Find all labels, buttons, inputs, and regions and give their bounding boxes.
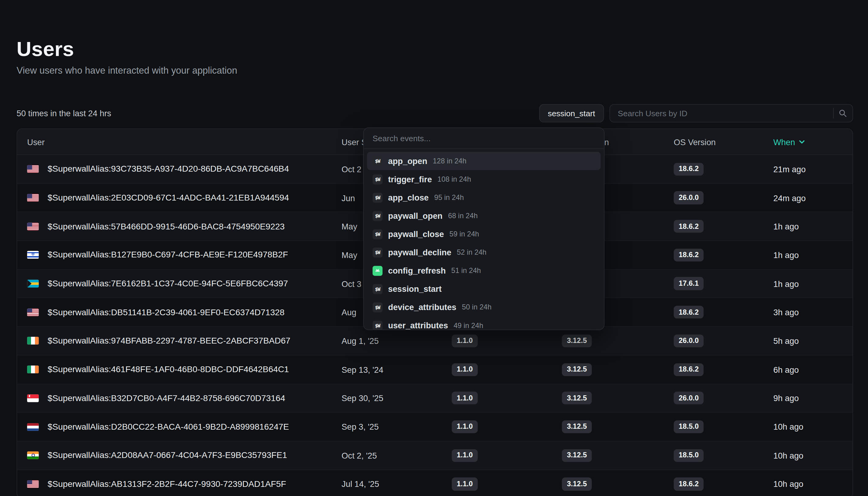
user-cell: $SuperwallAlias:2E03CD09-67C1-4ADC-BA41-… [27, 192, 341, 203]
event-name: paywall_close [388, 230, 444, 239]
event-count: 128 in 24h [433, 157, 467, 165]
superwall-logo-icon: $W [373, 284, 383, 294]
user-search-input[interactable] [617, 108, 830, 118]
user-cell: $SuperwallAlias:A2D08AA7-0667-4C04-A7F3-… [27, 450, 341, 460]
superwall-logo-icon: $W [373, 192, 383, 203]
event-list-item[interactable]: $W paywall_decline 52 in 24h [367, 243, 601, 261]
os-version-badge: 26.0.0 [674, 392, 704, 404]
user-alias: $SuperwallAlias:AB1313F2-2B2F-44C7-9930-… [48, 479, 286, 489]
os-version-badge: 18.5.0 [674, 420, 704, 433]
event-filter-button[interactable]: session_start [539, 104, 604, 122]
superwall-logo-icon: $W [373, 211, 383, 221]
flag-in-icon [27, 452, 38, 459]
event-list-item[interactable]: $W app_open 128 in 24h [367, 152, 601, 170]
sdk-version-badge: 3.12.5 [562, 478, 592, 491]
user-cell: $SuperwallAlias:461F48FE-1AF0-46B0-8DBC-… [27, 365, 341, 375]
event-count: 95 in 24h [434, 193, 464, 201]
user-since: Sep 3, '25 [341, 422, 452, 432]
flag-il-icon [27, 251, 38, 259]
os-version-badge: 18.5.0 [674, 449, 704, 462]
event-name: session_start [388, 284, 441, 294]
when-value: 10h ago [773, 422, 852, 432]
event-list-item[interactable]: $W paywall_open 68 in 24h [367, 207, 601, 225]
flag-us-icon [27, 222, 38, 230]
column-header-when[interactable]: When [773, 137, 852, 146]
user-alias: $SuperwallAlias:7E6162B1-1C37-4C0E-94FC-… [48, 279, 288, 289]
user-alias: $SuperwallAlias:B127E9B0-C697-4CFB-AE9E-… [48, 250, 288, 260]
os-version-badge: 18.6.2 [674, 478, 704, 491]
table-row[interactable]: $SuperwallAlias:461F48FE-1AF0-46B0-8DBC-… [17, 355, 852, 384]
user-cell: $SuperwallAlias:D2B0CC22-BACA-4061-9B2D-… [27, 422, 341, 432]
when-value: 6h ago [773, 365, 852, 374]
os-version-badge: 18.6.2 [674, 163, 704, 175]
event-list-item[interactable]: $W app_close 95 in 24h [367, 188, 601, 207]
table-row[interactable]: $SuperwallAlias:A2D08AA7-0667-4C04-A7F3-… [17, 441, 852, 470]
table-row[interactable]: $SuperwallAlias:D2B0CC22-BACA-4061-9B2D-… [17, 413, 852, 441]
flag-bs-icon [27, 280, 38, 287]
flag-ie-icon [27, 366, 38, 373]
superwall-logo-icon: $W [373, 156, 383, 166]
app-version-badge: 1.1.0 [452, 420, 478, 433]
event-count: 52 in 24h [457, 248, 486, 256]
when-value: 21m ago [773, 164, 852, 174]
search-icon[interactable] [839, 109, 847, 118]
page-title: Users [17, 38, 74, 61]
event-count: 51 in 24h [451, 266, 481, 275]
user-cell: $SuperwallAlias:DB51141B-2C39-4061-9EF0-… [27, 307, 341, 317]
event-count: 49 in 24h [453, 321, 483, 329]
event-name: paywall_open [388, 211, 443, 220]
event-list-item[interactable]: $W trigger_fire 108 in 24h [367, 170, 601, 188]
event-count: 68 in 24h [448, 212, 478, 220]
column-header-os-version[interactable]: OS Version [674, 137, 773, 146]
when-value: 24m ago [773, 193, 852, 202]
event-search-dropdown: $W app_open 128 in 24h $W trigger_fire 1… [363, 127, 605, 330]
app-version-badge: 1.1.0 [452, 392, 478, 404]
event-list-item[interactable]: $W user_attributes 49 in 24h [367, 316, 601, 330]
event-search-row[interactable] [364, 128, 604, 149]
event-search-input[interactable] [371, 133, 596, 143]
table-row[interactable]: $SuperwallAlias:AB1313F2-2B2F-44C7-9930-… [17, 470, 852, 496]
when-header-label: When [773, 137, 795, 146]
os-version-badge: 18.6.2 [674, 249, 704, 261]
sdk-version-badge: 3.12.5 [562, 392, 592, 404]
column-header-user[interactable]: User [27, 137, 341, 146]
user-cell: $SuperwallAlias:93C73B35-A937-4D20-86DB-… [27, 164, 341, 174]
user-since: Sep 30, '25 [341, 393, 452, 403]
event-list-item[interactable]: $W session_start [367, 280, 601, 298]
event-list-item[interactable]: config_refresh 51 in 24h [367, 261, 601, 280]
event-count-text: 50 times in the last 24 hrs [17, 109, 111, 118]
toolbar-right: session_start [539, 104, 853, 122]
event-list-item[interactable]: $W paywall_close 59 in 24h [367, 225, 601, 243]
user-alias: $SuperwallAlias:D2B0CC22-BACA-4061-9B2D-… [48, 422, 289, 432]
flag-us-icon [27, 194, 38, 201]
user-since: Aug 1, '25 [341, 336, 452, 346]
user-cell: $SuperwallAlias:57B466DD-9915-46D6-BAC8-… [27, 221, 341, 232]
user-cell: $SuperwallAlias:7E6162B1-1C37-4C0E-94FC-… [27, 279, 341, 289]
event-list-item[interactable]: $W device_attributes 50 in 24h [367, 298, 601, 316]
when-value: 1h ago [773, 250, 852, 260]
when-value: 10h ago [773, 479, 852, 489]
flag-us-icon [27, 308, 38, 316]
event-name: app_close [388, 192, 429, 202]
table-row[interactable]: $SuperwallAlias:B32D7CB0-A4F7-44B2-8758-… [17, 384, 852, 413]
sdk-version-badge: 3.12.5 [562, 363, 592, 376]
event-name: config_refresh [388, 266, 446, 275]
table-row[interactable]: $SuperwallAlias:974BFABB-2297-4787-BEEC-… [17, 327, 852, 355]
sdk-version-badge: 3.12.5 [562, 449, 592, 462]
user-alias: $SuperwallAlias:461F48FE-1AF0-46B0-8DBC-… [48, 365, 289, 375]
toolbar: 50 times in the last 24 hrs session_star… [17, 104, 853, 122]
flag-ie-icon [27, 337, 38, 345]
page-subtitle: View users who have interacted with your… [17, 65, 237, 76]
when-value: 3h ago [773, 308, 852, 317]
event-name: app_open [388, 156, 427, 166]
flag-nl-icon [27, 423, 38, 431]
app-version-badge: 1.1.0 [452, 363, 478, 376]
os-version-badge: 26.0.0 [674, 191, 704, 204]
user-search-box[interactable] [610, 104, 853, 122]
app-version-badge: 1.1.0 [452, 449, 478, 462]
superwall-logo-icon: $W [373, 174, 383, 184]
app-version-badge: 1.1.0 [452, 335, 478, 347]
user-alias: $SuperwallAlias:974BFABB-2297-4787-BEEC-… [48, 336, 290, 346]
android-icon [373, 266, 383, 276]
flag-us-icon [27, 480, 38, 488]
